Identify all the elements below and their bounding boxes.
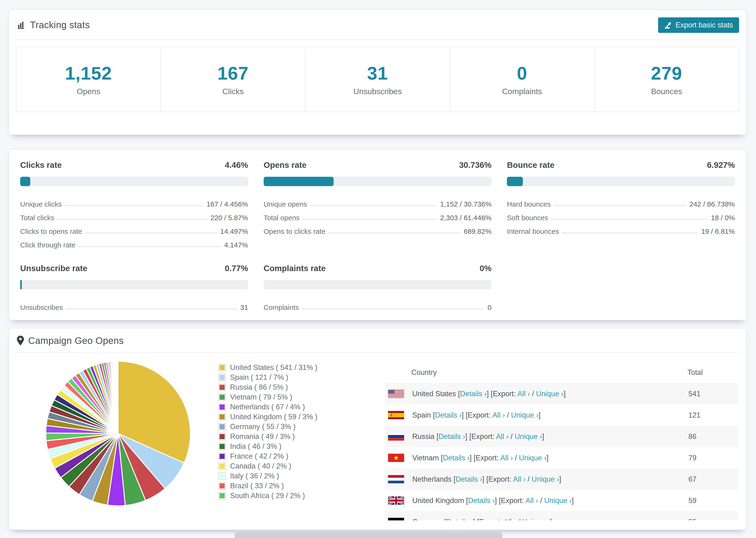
stat-value: 1,152 bbox=[65, 63, 112, 84]
export-basic-stats-button[interactable]: Export basic stats bbox=[658, 17, 739, 33]
stat-value: 167 bbox=[217, 63, 249, 84]
tracking-stats-title: Tracking stats bbox=[30, 20, 90, 30]
country-cell: United Kingdom [Details ›] [Export: All … bbox=[412, 497, 574, 505]
legend-swatch bbox=[219, 463, 225, 469]
rate-rows: Hard bounces242 / 86.738%Soft bounces18 … bbox=[507, 194, 735, 236]
legend-swatch bbox=[219, 413, 225, 420]
rate-progress-fill bbox=[20, 280, 22, 290]
rate-title-row: Opens rate30.736% bbox=[264, 160, 492, 170]
legend-label: France ( 42 / 2% ) bbox=[230, 452, 288, 460]
details-link[interactable]: Details › bbox=[443, 454, 469, 462]
legend-swatch bbox=[219, 453, 225, 459]
rate-title-row: Clicks rate4.46% bbox=[20, 160, 248, 170]
bracket-text: ] bbox=[542, 432, 544, 441]
rate-row-label: Clicks to opens rate bbox=[20, 228, 82, 236]
flag-gb-icon bbox=[388, 496, 404, 505]
details-link[interactable]: Details › bbox=[439, 432, 465, 441]
column-header-country: Country bbox=[411, 368, 437, 377]
country-cell: United States [Details ›] [Export: All ›… bbox=[412, 390, 566, 398]
dotted-leader bbox=[310, 205, 437, 206]
export-unique-link[interactable]: Unique › bbox=[531, 475, 559, 483]
horizontal-scrollbar-thumb[interactable] bbox=[235, 532, 503, 538]
export-all-link[interactable]: All › bbox=[492, 411, 505, 419]
rate-section-unsubscribe-rate: Unsubscribe rate0.77%Unsubscribes31 bbox=[20, 264, 248, 311]
export-unique-link[interactable]: Unique › bbox=[514, 432, 542, 441]
legend-label: Canada ( 40 / 2% ) bbox=[230, 462, 291, 470]
rate-value: 6.927% bbox=[707, 160, 735, 170]
rate-row-label: Total opens bbox=[264, 214, 299, 222]
rate-row-label: Unique opens bbox=[264, 200, 307, 208]
legend-item-germany: Germany ( 55 / 3% ) bbox=[219, 422, 317, 432]
export-icon bbox=[664, 21, 672, 29]
rate-row-value: 2,303 / 61.446% bbox=[440, 214, 492, 222]
bracket-text: [ bbox=[433, 411, 435, 419]
details-link[interactable]: Details › bbox=[468, 497, 495, 505]
dotted-leader bbox=[58, 219, 207, 220]
legend-item-france: France ( 42 / 2% ) bbox=[219, 452, 317, 461]
export-unique-link[interactable]: Unique › bbox=[519, 454, 546, 462]
legend-swatch bbox=[219, 473, 225, 479]
geo-table-header-row: Country Total bbox=[385, 362, 738, 383]
export-all-link[interactable]: All › bbox=[525, 497, 538, 505]
export-all-link[interactable]: All › bbox=[500, 454, 513, 462]
rate-title: Opens rate bbox=[264, 160, 307, 170]
rate-value: 30.736% bbox=[459, 160, 491, 170]
dotted-leader bbox=[85, 233, 217, 233]
details-link[interactable]: Details › bbox=[446, 518, 473, 521]
legend-item-india: India ( 46 / 3% ) bbox=[219, 442, 317, 452]
details-link[interactable]: Details › bbox=[435, 411, 462, 419]
export-all-link[interactable]: All › bbox=[513, 475, 525, 483]
country-cell: Spain [Details ›] [Export: All › / Uniqu… bbox=[412, 411, 540, 419]
rate-title: Clicks rate bbox=[20, 160, 62, 170]
tracking-stats-header: Tracking stats Export basic stats bbox=[9, 10, 746, 40]
rate-row: Internal bounces19 / 6.81% bbox=[507, 222, 735, 236]
bracket-text: ] bbox=[546, 454, 549, 462]
summary-stat-clicks: 167Clicks bbox=[161, 47, 305, 112]
legend-swatch bbox=[219, 364, 225, 371]
country-name: Netherlands bbox=[412, 475, 454, 483]
export-unique-link[interactable]: Unique › bbox=[544, 497, 572, 505]
geo-opens-pie-chart[interactable] bbox=[43, 358, 193, 509]
details-link[interactable]: Details › bbox=[456, 475, 482, 483]
legend-item-united-states: United States ( 541 / 31% ) bbox=[219, 363, 317, 372]
legend-swatch bbox=[219, 374, 225, 381]
rate-value: 0.77% bbox=[225, 264, 248, 273]
export-all-link[interactable]: All › bbox=[504, 518, 516, 521]
dotted-leader bbox=[79, 246, 221, 247]
bracket-text: ] bbox=[564, 390, 566, 398]
country-name: Germany bbox=[412, 518, 444, 521]
rate-section-bounce-rate: Bounce rate6.927%Hard bounces242 / 86.73… bbox=[507, 160, 735, 249]
export-all-link[interactable]: All › bbox=[496, 432, 509, 441]
export-unique-link[interactable]: Unique › bbox=[511, 411, 538, 419]
rate-row-value: 220 / 5.87% bbox=[211, 214, 248, 222]
rate-row-label: Click through rate bbox=[20, 241, 75, 249]
geo-table-row: Russia [Details ›] [Export: All › / Uniq… bbox=[385, 426, 738, 447]
export-unique-link[interactable]: Unique › bbox=[522, 518, 550, 521]
summary-stats-strip: 1,152Opens167Clicks31Unsubscribes0Compla… bbox=[16, 47, 739, 112]
export-unique-link[interactable]: Unique › bbox=[536, 390, 564, 398]
rate-title: Bounce rate bbox=[507, 160, 554, 170]
rate-value: 0% bbox=[480, 264, 492, 273]
geo-table-row: Netherlands [Details ›] [Export: All › /… bbox=[385, 468, 738, 490]
rate-row: Unique opens1,152 / 30.736% bbox=[264, 194, 492, 208]
bar-chart-icon bbox=[17, 21, 26, 29]
rate-row: Opens to clicks rate689.82% bbox=[264, 222, 492, 236]
legend-swatch bbox=[219, 433, 225, 440]
summary-stat-opens: 1,152Opens bbox=[17, 47, 161, 112]
summary-stat-bounces: 279Bounces bbox=[594, 47, 739, 112]
bracket-text: ] [Export: bbox=[461, 411, 492, 419]
geo-table-row: Vietnam [Details ›] [Export: All › / Uni… bbox=[385, 447, 738, 468]
stat-label: Bounces bbox=[651, 87, 682, 96]
summary-stat-complaints: 0Complaints bbox=[450, 47, 594, 112]
geo-opens-title: Campaign Geo Opens bbox=[28, 336, 124, 346]
dotted-leader bbox=[302, 309, 484, 309]
flag-nl-icon bbox=[388, 475, 404, 484]
dotted-leader bbox=[554, 205, 686, 206]
legend-item-canada: Canada ( 40 / 2% ) bbox=[219, 461, 317, 471]
rate-title-row: Bounce rate6.927% bbox=[507, 160, 735, 170]
details-link[interactable]: Details › bbox=[460, 390, 487, 398]
bracket-text: ] bbox=[550, 518, 552, 521]
export-all-link[interactable]: All › bbox=[517, 390, 530, 398]
rate-progress-fill bbox=[264, 177, 334, 186]
country-name: United Kingdom bbox=[412, 497, 466, 505]
